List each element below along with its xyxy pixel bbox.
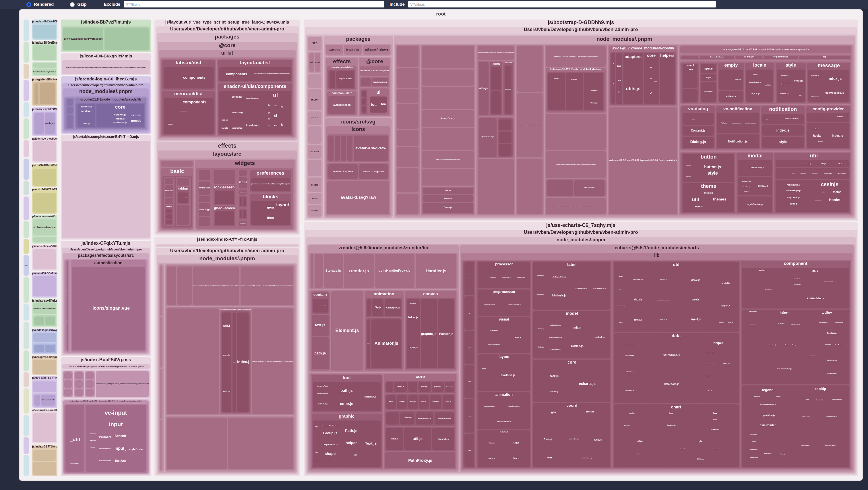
- treemap-node[interactable]: poly.jsimage.jsroundRect.jssubPixelOptim…: [344, 446, 359, 464]
- treemap-node[interactable]: Users/vben/Developer/github/vben/vben-ad…: [305, 230, 857, 475]
- treemap-node[interactable]: HookModal.js: [740, 185, 753, 189]
- treemap-node[interactable]: toggle-group: [265, 125, 265, 129]
- treemap-node[interactable]: [100, 123, 110, 123]
- treemap-node[interactable]: toast: [381, 98, 386, 111]
- treemap-node[interactable]: [259, 202, 265, 224]
- treemap-node[interactable]: model.jsgraphic.jsnumber.jsstates.js: [715, 270, 737, 330]
- treemap-node[interactable]: legendFilter.js: [768, 395, 789, 399]
- treemap-node[interactable]: Dialog.js: [683, 137, 714, 148]
- treemap-node[interactable]: TooltipRichContent.jstooltipMarkup.js: [795, 408, 847, 426]
- treemap-node[interactable]: [24, 304, 29, 320]
- treemap-node[interactable]: dayjs@1.11.11/node_modules/dayjs/dayjs.m…: [422, 151, 474, 168]
- treemap-node[interactable]: [67, 261, 68, 290]
- treemap-node[interactable]: context-menusheetalert-dialog: [273, 101, 278, 131]
- treemap-node[interactable]: qrcode.js: [131, 118, 141, 123]
- treemap-node[interactable]: preferences-sheet.vue?vue&type=script&se…: [251, 178, 290, 191]
- treemap-node[interactable]: Line.jsBezierCurve.js: [332, 459, 337, 462]
- treemap-node[interactable]: [260, 217, 264, 223]
- treemap-node[interactable]: Element.js: [331, 291, 363, 371]
- treemap-node[interactable]: js/index-DdDvoFNB.mjsjs/index-BIj0ezEv.m…: [31, 19, 59, 478]
- treemap-node[interactable]: js/index-BIj0ezEv.mjs: [32, 41, 57, 61]
- treemap-node[interactable]: [214, 191, 235, 204]
- treemap-node[interactable]: format-input.js: [233, 313, 236, 412]
- treemap-node[interactable]: transform.js: [719, 348, 734, 398]
- treemap-node[interactable]: axisTrigger.js: [776, 446, 787, 461]
- treemap-node[interactable]: [33, 450, 56, 461]
- treemap-node[interactable]: modalConfirmDialog.jsuseModalHookModal.j…: [737, 153, 774, 213]
- treemap-node[interactable]: Users/vben/Developer/github/vben/vben-ad…: [62, 61, 150, 75]
- treemap-node[interactable]: components: [220, 68, 253, 80]
- treemap-node[interactable]: util.jscss-color-names.jsconversion.jsfo…: [221, 311, 250, 413]
- treemap-node[interactable]: componentsAntdIcon.js: [503, 62, 513, 115]
- treemap-node[interactable]: BrushController.js: [765, 357, 804, 382]
- treemap-node[interactable]: _util: [67, 432, 83, 448]
- treemap-node[interactable]: components: [176, 68, 212, 87]
- treemap-node[interactable]: sourceManager.js: [704, 370, 716, 383]
- treemap-node[interactable]: [34, 317, 44, 325]
- treemap-node[interactable]: cursorHelper.js: [788, 317, 803, 332]
- treemap-node[interactable]: [766, 317, 774, 332]
- treemap-node[interactable]: [362, 106, 366, 113]
- treemap-node[interactable]: [221, 108, 228, 115]
- treemap-node[interactable]: transformPath.jsconvertPath.jsdividePath…: [313, 382, 381, 411]
- treemap-node[interactable]: [547, 180, 573, 196]
- treemap-node[interactable]: normal-menu: [180, 108, 187, 114]
- treemap-node[interactable]: sectorLabel.js: [537, 282, 544, 307]
- treemap-node[interactable]: @vue+runtime-dom@3.4.34/node_modules/@vu…: [518, 93, 542, 158]
- treemap-node[interactable]: Displayable.js: [321, 439, 339, 450]
- treemap-node[interactable]: basiccontentmenutabbaruse-tabbar.ts: [161, 168, 193, 229]
- treemap-node[interactable]: states.jsTSpan.jsImage.jsIncrementalDisp…: [313, 421, 381, 467]
- treemap-node[interactable]: shared: [720, 204, 730, 207]
- treemap-node[interactable]: date-picker/locale: [700, 55, 734, 59]
- treemap-node[interactable]: mixed-menu: [239, 221, 247, 226]
- treemap-node[interactable]: LabelManager.js: [573, 270, 590, 307]
- treemap-node[interactable]: js/en-US-DGZ71-EZ.mjs: [32, 188, 57, 214]
- treemap-node[interactable]: cartesian: [572, 411, 608, 428]
- treemap-node[interactable]: axisPointerAxisPointer.jsinstall.jsviewH…: [745, 423, 792, 465]
- treemap-node[interactable]: stores/srclocales/srcutils/src/helpers: [325, 44, 392, 56]
- treemap-node[interactable]: [720, 71, 726, 89]
- rendered-radio-label[interactable]: Rendered: [34, 2, 54, 7]
- treemap-node[interactable]: useNotification.js: [731, 114, 742, 132]
- treemap-node[interactable]: [826, 204, 832, 206]
- treemap-node[interactable]: Utility.js: [423, 188, 473, 194]
- treemap-node[interactable]: legendAction.jslegendFilter.js: [746, 394, 790, 400]
- treemap-node[interactable]: src: [22, 19, 30, 478]
- treemap-node[interactable]: [166, 209, 172, 213]
- treemap-node[interactable]: js/index-DdDvoFNB.mjs: [32, 20, 57, 40]
- treemap-node[interactable]: theme: [267, 213, 274, 223]
- treemap-node[interactable]: Log.js: [505, 437, 528, 449]
- treemap-node[interactable]: radarRadarView.js: [743, 269, 782, 307]
- treemap-node[interactable]: transformPath.js: [315, 384, 331, 388]
- treemap-node[interactable]: util.js: [820, 191, 828, 194]
- treemap-node[interactable]: [308, 74, 321, 88]
- treemap-node[interactable]: [246, 105, 259, 118]
- treemap-node[interactable]: states.js: [726, 318, 734, 327]
- treemap-node[interactable]: @vue+shared@3.4.34/node_modules/@vue/sha…: [193, 267, 240, 305]
- treemap-node[interactable]: [554, 416, 569, 425]
- treemap-node[interactable]: tabbaruse-tabbar.ts: [177, 187, 190, 204]
- treemap-node[interactable]: mixinSeries.js: [565, 319, 589, 356]
- treemap-node[interactable]: util.jscss-color-names.jsconversion.js: [222, 313, 231, 412]
- treemap-node[interactable]: [397, 147, 418, 167]
- treemap-node[interactable]: legacy: [464, 331, 474, 364]
- treemap-node[interactable]: avatar-4.svg?raw: [327, 135, 389, 162]
- treemap-node[interactable]: zoom.js: [794, 92, 803, 99]
- treemap-node[interactable]: OrdinalMeta.js: [617, 350, 642, 362]
- treemap-node[interactable]: format.js: [628, 312, 648, 328]
- treemap-node[interactable]: popover: [268, 109, 270, 115]
- treemap-node[interactable]: referHelper.jsModel.jsglobalDefault.jsOp…: [535, 318, 609, 357]
- treemap-node[interactable]: [33, 82, 56, 105]
- treemap-node[interactable]: [67, 418, 83, 431]
- treemap-node[interactable]: pieLayout.jslabelLayout.js: [666, 444, 735, 454]
- treemap-node[interactable]: Handler.js: [415, 254, 457, 288]
- treemap-node[interactable]: SeriesData.jsDataStore.js: [644, 341, 699, 401]
- treemap-node[interactable]: Path.js: [342, 423, 360, 439]
- treemap-node[interactable]: component.js: [628, 271, 648, 288]
- treemap-node[interactable]: utilvendor.jstypes.jsECEventProcessor.js…: [613, 261, 740, 468]
- treemap-node[interactable]: src/views/demos/access: [33, 219, 56, 236]
- treemap-node[interactable]: Axios.js: [650, 86, 652, 100]
- treemap-node[interactable]: symbol.js: [652, 311, 675, 328]
- treemap-node[interactable]: [24, 140, 29, 157]
- treemap-node[interactable]: [75, 372, 83, 379]
